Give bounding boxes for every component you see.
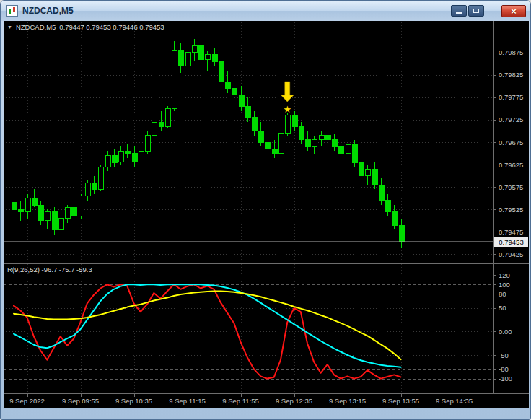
chart-window: NZDCAD,M5 × ★0.798750.798250.797750.7972…	[0, 0, 531, 420]
restore-button[interactable]	[468, 5, 484, 17]
minimize-button[interactable]	[451, 5, 467, 17]
price-axis[interactable]: 0.798750.798250.797750.797250.796750.796…	[493, 48, 523, 258]
titlebar[interactable]: NZDCAD,M5 ×	[1, 1, 530, 21]
close-icon: ×	[511, 6, 517, 16]
indicator-axis[interactable]: 12010080500.00-50-80-100	[493, 271, 512, 382]
svg-text:-50: -50	[499, 351, 509, 359]
bid-price-tag: 0.79453	[494, 237, 528, 247]
svg-text:9 Sep 10:35: 9 Sep 10:35	[115, 397, 152, 405]
close-button[interactable]: ×	[501, 5, 526, 17]
svg-text:120: 120	[499, 271, 510, 279]
svg-text:0.79725: 0.79725	[499, 115, 523, 123]
minimize-icon	[456, 12, 462, 14]
svg-text:0.79775: 0.79775	[499, 93, 523, 101]
svg-text:-80: -80	[499, 365, 509, 373]
svg-text:9 Sep 12:35: 9 Sep 12:35	[276, 397, 312, 405]
svg-text:0.79575: 0.79575	[499, 183, 523, 191]
svg-text:9 Sep 09:55: 9 Sep 09:55	[62, 397, 99, 405]
r-slow-line	[14, 292, 401, 360]
price-grid-layer	[4, 53, 493, 255]
svg-text:0.79475: 0.79475	[499, 228, 523, 236]
chart-ohlc-label: ▼ NZDCAD,M5 0.79447 0.79453 0.79446 0.79…	[7, 23, 164, 31]
time-axis[interactable]: 9 Sep 20229 Sep 09:559 Sep 10:359 Sep 11…	[9, 394, 473, 405]
window-title: NZDCAD,M5	[22, 6, 74, 16]
svg-text:80: 80	[499, 290, 506, 298]
restore-icon	[473, 9, 479, 13]
svg-text:9 Sep 13:55: 9 Sep 13:55	[382, 397, 419, 405]
chart-client-area: ★0.798750.798250.797750.797250.796750.79…	[4, 21, 529, 408]
indicator-lines-layer	[14, 284, 401, 378]
star-icon[interactable]: ★	[283, 104, 291, 115]
svg-text:100: 100	[499, 281, 510, 289]
svg-text:9 Sep 14:35: 9 Sep 14:35	[436, 397, 473, 405]
dropdown-arrow-icon[interactable]: ▼	[7, 25, 12, 30]
r-medium-line	[14, 284, 401, 367]
svg-text:50: 50	[499, 304, 506, 312]
svg-text:0.79425: 0.79425	[499, 250, 523, 258]
candlestick-layer	[12, 39, 404, 248]
chart-ohlc-values: 0.79447 0.79453 0.79446 0.79453	[59, 23, 164, 31]
svg-text:0.79825: 0.79825	[499, 71, 523, 79]
svg-text:9 Sep 2022: 9 Sep 2022	[9, 397, 45, 405]
vertical-grid-layer	[28, 22, 455, 393]
svg-text:9 Sep 11:15: 9 Sep 11:15	[169, 397, 206, 405]
window-controls: ×	[451, 5, 526, 17]
price-chart[interactable]: ★0.798750.798250.797750.797250.796750.79…	[4, 21, 529, 408]
svg-text:0.79625: 0.79625	[499, 161, 523, 169]
sell-arrow-icon[interactable]	[281, 82, 294, 102]
svg-text:9 Sep 13:15: 9 Sep 13:15	[329, 397, 366, 405]
chart-icon	[6, 5, 18, 17]
chart-symbol-label: NZDCAD,M5	[16, 23, 56, 31]
svg-text:0.00: 0.00	[499, 328, 512, 336]
svg-text:-100: -100	[499, 375, 512, 382]
r-fast-line	[14, 284, 401, 378]
svg-text:9 Sep 11:55: 9 Sep 11:55	[222, 397, 259, 405]
svg-text:0.79525: 0.79525	[499, 206, 523, 214]
indicator-label: R(9,26,52) -96.7 -75.7 -59.3	[7, 266, 92, 274]
svg-text:0.79875: 0.79875	[499, 48, 523, 56]
svg-text:0.79675: 0.79675	[499, 139, 523, 146]
